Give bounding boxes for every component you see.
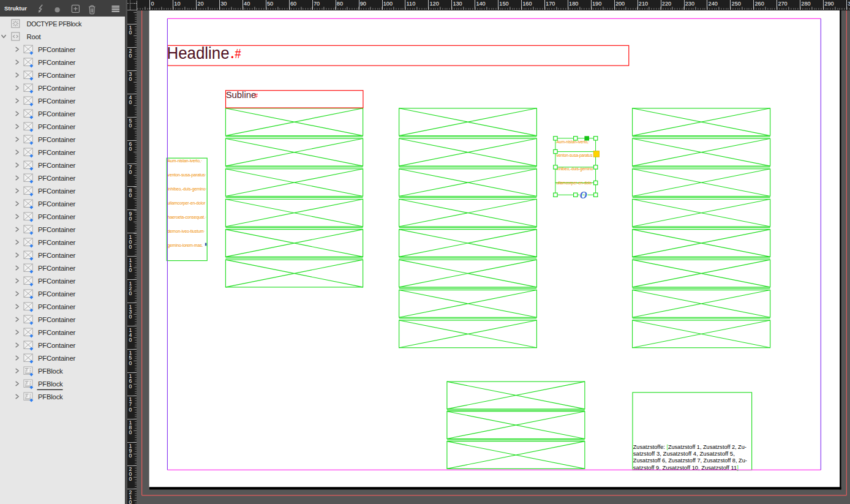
svg-text:PFContainer: PFContainer xyxy=(38,290,75,298)
svg-text:PFContainer: PFContainer xyxy=(38,97,75,105)
svg-text:PFContainer: PFContainer xyxy=(38,85,75,92)
svg-text:PFContainer: PFContainer xyxy=(38,277,75,285)
svg-text:PFContainer: PFContainer xyxy=(38,136,75,143)
svg-text:PFContainer: PFContainer xyxy=(38,226,75,233)
svg-text:inhibeo,-duis-gemino·: inhibeo,-duis-gemino· xyxy=(168,187,207,192)
svg-text:PFContainer: PFContainer xyxy=(38,72,75,79)
svg-text:PFContainer: PFContainer xyxy=(38,200,75,208)
svg-text:O: O xyxy=(580,189,587,201)
svg-text:PFContainer: PFContainer xyxy=(38,110,75,118)
svg-text:Headline: Headline xyxy=(167,43,230,62)
svg-text:PFBlock: PFBlock xyxy=(38,380,63,388)
svg-text:PFContainer: PFContainer xyxy=(38,162,75,169)
svg-text:PFContainer: PFContainer xyxy=(38,316,75,323)
svg-text:satzstoff 3, Zusatzstoff 4, Zu: satzstoff 3, Zusatzstoff 4, Zusatzstoff … xyxy=(633,450,735,457)
svg-text:PFBlock: PFBlock xyxy=(38,393,63,401)
svg-text:demon-iveo-tiustum·: demon-iveo-tiustum· xyxy=(168,229,205,233)
svg-text:DOCTYPE PFBlock: DOCTYPE PFBlock xyxy=(27,20,82,28)
svg-text:haeroeta-consequat.·: haeroeta-consequat.· xyxy=(168,215,207,220)
svg-text:PFContainer: PFContainer xyxy=(38,123,75,130)
svg-text:PFContainer: PFContainer xyxy=(38,239,75,246)
svg-text:PFContainer: PFContainer xyxy=(38,175,75,182)
svg-text:PFContainer: PFContainer xyxy=(38,265,75,272)
svg-text:venton-susa-paratus: venton-susa-paratus xyxy=(556,153,593,158)
svg-text:Zusatzstoff 6, Zusatzstoff 7,: Zusatzstoff 6, Zusatzstoff 7, Zusatzstof… xyxy=(633,457,747,464)
svg-text:venton-susa-paratus·: venton-susa-paratus· xyxy=(168,173,206,178)
svg-text:PFContainer: PFContainer xyxy=(38,149,75,156)
svg-text:#: # xyxy=(255,92,258,99)
svg-text:PFContainer: PFContainer xyxy=(38,46,75,53)
svg-text:inhibeo,-duis-gemino: inhibeo,-duis-gemino xyxy=(556,167,593,171)
svg-text:PFBlock: PFBlock xyxy=(38,367,63,375)
svg-text:gemino-lorem-mas.: gemino-lorem-mas. xyxy=(168,243,203,248)
svg-text:Subline: Subline xyxy=(226,90,257,100)
svg-text:Aum-nistan-iverto,·: Aum-nistan-iverto,· xyxy=(168,159,202,163)
svg-text:PFContainer: PFContainer xyxy=(38,59,75,66)
svg-text:ullamcorper-en-dolor: ullamcorper-en-dolor xyxy=(168,201,206,206)
svg-text:PFContainer: PFContainer xyxy=(38,187,75,195)
svg-text:#: # xyxy=(235,47,241,61)
svg-text:PFContainer: PFContainer xyxy=(38,342,75,349)
svg-text:PFContainer: PFContainer xyxy=(38,213,75,220)
svg-text:ullamcorper-en-dolo: ullamcorper-en-dolo xyxy=(556,181,592,186)
svg-text:PFContainer: PFContainer xyxy=(38,355,75,362)
svg-text:PFContainer: PFContainer xyxy=(38,303,75,310)
svg-text:PFContainer: PFContainer xyxy=(38,252,75,259)
svg-text:PFContainer: PFContainer xyxy=(38,329,75,336)
svg-text:Root: Root xyxy=(27,33,42,40)
svg-text:Zusatzstoffe: [Zusatzstoff 1,: Zusatzstoffe: [Zusatzstoff 1, Zusatzstof… xyxy=(633,443,747,450)
